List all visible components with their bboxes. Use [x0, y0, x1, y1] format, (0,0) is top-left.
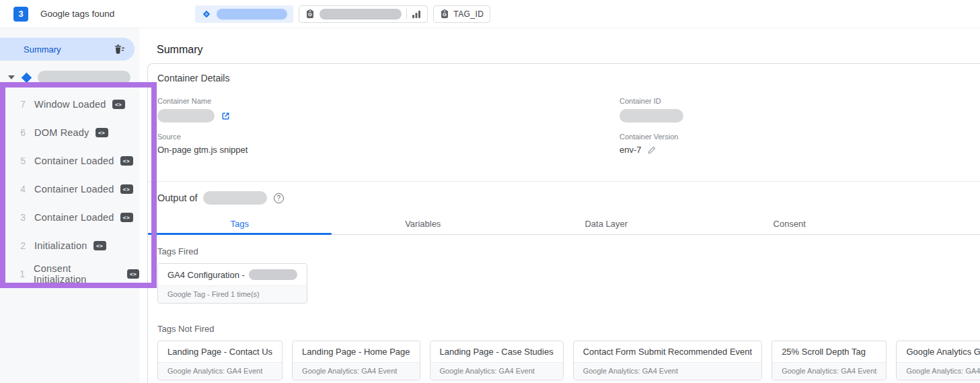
not-fired-tag-card[interactable]: 25% Scroll Depth Tag Google Analytics: G…	[771, 341, 887, 380]
container-id-field: Container ID	[619, 97, 683, 123]
open-in-new-icon[interactable]	[221, 111, 231, 121]
help-icon[interactable]: ?	[274, 193, 284, 203]
code-icon: <>	[120, 156, 133, 166]
container-tree-row[interactable]	[0, 70, 139, 85]
gtm-diamond-icon	[22, 72, 32, 83]
source-value: On-page gtm.js snippet	[157, 145, 619, 155]
output-of-title: Output of	[157, 193, 198, 203]
code-icon: <>	[96, 128, 108, 137]
summary-label: Summary	[24, 44, 61, 55]
fired-tag-subtitle: Google Tag - Fired 1 time(s)	[158, 285, 307, 303]
redacted-container-name-blob	[157, 109, 215, 123]
tab-tags[interactable]: Tags	[148, 213, 332, 234]
redacted-container-name-blob	[203, 191, 267, 205]
container-name-field: Container Name	[157, 97, 619, 123]
tag-id-label: TAG_ID	[453, 9, 484, 19]
code-icon: <>	[93, 241, 106, 250]
event-label: Window Loaded	[34, 99, 106, 110]
event-number: 2	[15, 240, 26, 251]
tags-not-fired-row: Landing Page - Contact Us Google Analyti…	[157, 341, 980, 380]
event-number: 7	[15, 99, 26, 110]
source-label: Source	[157, 133, 619, 141]
container-details-title: Container Details	[157, 73, 980, 83]
container-id-label: Container ID	[619, 97, 683, 105]
redacted-container-id-blob	[38, 71, 130, 84]
tag-subtitle: Google Analytics: GA4 Event	[772, 362, 886, 380]
event-row-consent-initialization[interactable]: 1 Consent Initialization <>	[0, 260, 139, 288]
container-version-label: Container Version	[619, 133, 683, 141]
tab-consent[interactable]: Consent	[698, 213, 882, 234]
google-tag-icon: G	[305, 9, 315, 19]
summary-panel: Summary Container Details Container Name	[139, 28, 980, 383]
tag-subtitle: Google Analytics: GA4 Event	[574, 362, 761, 380]
container-name-label: Container Name	[157, 97, 619, 105]
output-tabs: Tags Variables Data Layer Consent	[148, 213, 980, 235]
event-row-initialization[interactable]: 2 Initialization <>	[0, 232, 139, 260]
event-number: 1	[15, 269, 25, 279]
event-label: Container Loaded	[34, 184, 114, 195]
code-icon: <>	[112, 100, 125, 109]
edit-pencil-icon[interactable]	[648, 145, 656, 154]
tags-found-count-badge: 3	[13, 7, 28, 22]
redacted-tag-name-blob	[249, 269, 297, 280]
event-label: DOM Ready	[34, 127, 89, 138]
event-list: 7 Window Loaded <> 6 DOM Ready <> 5 Cont…	[0, 90, 139, 288]
svg-text:G: G	[308, 11, 312, 18]
fired-tag-title: GA4 Configuration -	[158, 264, 307, 285]
redacted-container-id-blob	[619, 109, 683, 123]
chevron-down-icon[interactable]	[8, 75, 15, 79]
tag-subtitle: Google Analytics: GA4 Event	[430, 362, 563, 380]
not-fired-tag-card[interactable]: Landing Page - Contact Us Google Analyti…	[157, 341, 282, 380]
fired-tag-title-text: GA4 Configuration -	[167, 270, 245, 280]
event-label: Consent Initialization	[34, 263, 121, 285]
gtm-container-pill[interactable]	[195, 5, 293, 23]
tags-fired-heading: Tags Fired	[157, 246, 980, 256]
fired-tag-card[interactable]: GA4 Configuration - Google Tag - Fired 1…	[157, 263, 307, 304]
tag-title: Google Analytics GA4 Event	[897, 341, 980, 362]
redacted-container-name-blob	[217, 9, 287, 20]
event-row-container-loaded-3[interactable]: 3 Container Loaded <>	[0, 203, 139, 232]
event-number: 3	[15, 212, 26, 223]
not-fired-tag-card[interactable]: Landing Page - Home Page Google Analytic…	[292, 341, 420, 380]
gtm-diamond-icon	[201, 9, 212, 20]
topbar: 3 Google tags found G	[0, 0, 980, 28]
redacted-measurement-id-blob	[319, 9, 402, 20]
tag-title: 25% Scroll Depth Tag	[772, 341, 886, 362]
tag-subtitle: Google Analytics: GA4 Event	[158, 362, 282, 380]
not-fired-tag-card[interactable]: Contact Form Submit Recommended Event Go…	[573, 341, 762, 380]
tag-title: Contact Form Submit Recommended Event	[574, 341, 761, 362]
event-row-dom-ready[interactable]: 6 DOM Ready <>	[0, 118, 139, 147]
tag-title: Landing Page - Case Studies	[430, 341, 563, 362]
event-sidebar: Summary 7 Window Loaded <>	[0, 28, 139, 383]
code-icon: <>	[120, 213, 133, 222]
tags-not-fired-heading: Tags Not Fired	[157, 324, 980, 334]
event-row-container-loaded-5[interactable]: 5 Container Loaded <>	[0, 147, 139, 175]
output-section-header: Output of ?	[148, 181, 980, 205]
tag-id-pill[interactable]: G TAG_ID	[433, 5, 490, 23]
svg-text:G: G	[443, 11, 447, 18]
code-icon: <>	[120, 184, 133, 194]
tag-title: Landing Page - Contact Us	[158, 341, 282, 362]
not-fired-tag-card[interactable]: Landing Page - Case Studies Google Analy…	[430, 341, 564, 380]
container-version-field: Container Version env-7	[619, 133, 683, 155]
tag-subtitle: Google Analytics: GA4 Event	[897, 362, 980, 380]
code-icon: <>	[127, 269, 139, 279]
tab-variables[interactable]: Variables	[332, 213, 515, 234]
event-label: Container Loaded	[34, 212, 114, 223]
sidebar-item-summary[interactable]: Summary	[0, 38, 135, 61]
page-title: Summary	[157, 44, 980, 56]
event-label: Initialization	[34, 240, 87, 251]
topbar-title: Google tags found	[40, 9, 114, 19]
analytics-bars-icon	[412, 9, 421, 19]
not-fired-tag-card[interactable]: Google Analytics GA4 Event Google Analyt…	[896, 341, 980, 380]
google-tag-icon: G	[440, 9, 449, 19]
event-number: 6	[15, 127, 26, 138]
summary-card: Container Details Container Name	[147, 63, 980, 383]
google-tag-pill[interactable]: G	[299, 5, 428, 23]
tag-subtitle: Google Analytics: GA4 Event	[293, 362, 419, 380]
event-number: 4	[15, 184, 26, 195]
clear-events-icon[interactable]	[113, 43, 125, 55]
event-row-container-loaded-4[interactable]: 4 Container Loaded <>	[0, 175, 139, 203]
tab-data-layer[interactable]: Data Layer	[515, 213, 698, 234]
event-row-window-loaded[interactable]: 7 Window Loaded <>	[0, 90, 139, 118]
